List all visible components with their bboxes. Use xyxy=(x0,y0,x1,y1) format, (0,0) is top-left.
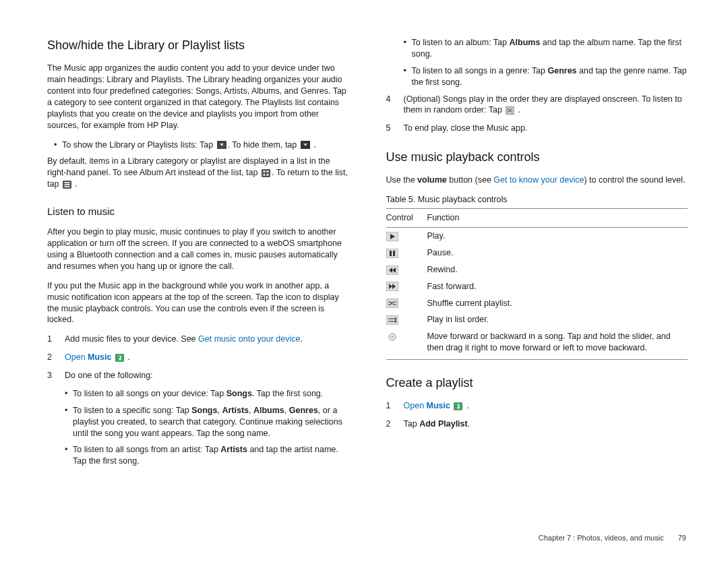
svg-rect-16 xyxy=(393,251,395,256)
svg-rect-4 xyxy=(266,170,268,173)
paragraph: Use the volume button (see Get to know y… xyxy=(386,175,688,186)
music-app-icon xyxy=(454,402,462,410)
link[interactable]: Open Music xyxy=(404,401,451,410)
right-column: • To listen to an album: Tap Albums and … xyxy=(386,37,688,472)
page-number: 79 xyxy=(678,534,686,542)
table-row: Move forward or backward in a song. Tap … xyxy=(386,328,688,359)
table-header: Control Function xyxy=(386,209,688,228)
svg-rect-23 xyxy=(454,402,462,410)
step-row: 2 Open Music . xyxy=(47,352,349,363)
step-row: 3 Do one of the following: xyxy=(47,370,349,381)
svg-rect-10 xyxy=(64,186,69,187)
paragraph: After you begin to play music, music con… xyxy=(47,226,349,272)
svg-rect-9 xyxy=(64,184,69,185)
link[interactable]: Open Music xyxy=(65,352,112,362)
table-caption: Table 5. Music playback controls xyxy=(386,194,688,206)
sub-bullet: • To listen to all songs on your device:… xyxy=(65,388,349,400)
heading-controls: Use music playback controls xyxy=(386,149,688,165)
table-row: Play. xyxy=(386,228,688,245)
svg-rect-3 xyxy=(263,170,265,173)
scrubber-icon xyxy=(386,332,398,342)
heading-showhide: Show/hide the Library or Playlist lists xyxy=(47,37,349,53)
left-column: Show/hide the Library or Playlist lists … xyxy=(47,37,349,472)
step-text: Open Music . xyxy=(65,352,130,363)
sub-bullet: • To listen to an album: Tap Albums and … xyxy=(404,37,688,60)
svg-point-22 xyxy=(391,336,394,338)
music-app-icon xyxy=(115,354,124,362)
chapter-label: Chapter 7 : Photos, videos, and music xyxy=(539,534,664,542)
collapse-icon xyxy=(301,141,310,149)
sub-bullet: • To listen to all songs in a genre: Tap… xyxy=(404,65,688,88)
svg-rect-14 xyxy=(386,249,398,258)
paragraph: By default, items in a Library category … xyxy=(47,156,349,190)
svg-rect-8 xyxy=(64,182,69,183)
shuffle-icon xyxy=(386,299,398,308)
expand-icon xyxy=(217,141,226,149)
table-row: Fast forward. xyxy=(386,278,688,295)
bullet-item: • To show the Library or Playlists lists… xyxy=(54,139,349,151)
grid-icon xyxy=(262,169,270,177)
page-footer: Chapter 7 : Photos, videos, and music 79 xyxy=(539,533,686,543)
list-icon xyxy=(63,181,71,189)
step-row: 1 Add music files to your device. See Ge… xyxy=(47,334,349,345)
svg-rect-2 xyxy=(262,169,270,177)
fast-forward-icon xyxy=(386,282,398,291)
paragraph: If you put the Music app in the backgrou… xyxy=(47,280,349,326)
step-text: Do one of the following: xyxy=(65,370,153,381)
sub-bullet: • To listen to a specific song: Tap Song… xyxy=(65,405,349,439)
heading-listen: Listen to music xyxy=(47,205,349,218)
svg-rect-6 xyxy=(266,174,268,176)
list-order-icon xyxy=(386,315,398,325)
step-row: 4 (Optional) Songs play in the order the… xyxy=(386,94,688,117)
link[interactable]: Get music onto your device xyxy=(198,334,300,344)
table-row: Pause. xyxy=(386,245,688,261)
step-row: 2 Tap Add Playlist. xyxy=(386,418,688,430)
table-row: Play in list order. xyxy=(386,311,688,328)
svg-rect-5 xyxy=(263,174,265,176)
bullet-text: To show the Library or Playlists lists: … xyxy=(62,139,316,151)
shuffle-icon xyxy=(506,106,514,115)
step-row: 5 To end play, close the Music app. xyxy=(386,123,688,134)
paragraph: The Music app organizes the audio conten… xyxy=(47,63,349,131)
step-text: Add music files to your device. See Get … xyxy=(65,334,303,345)
bullet-dot: • xyxy=(54,139,62,151)
svg-rect-11 xyxy=(115,354,123,362)
link[interactable]: Get to know your device xyxy=(493,175,584,185)
sub-bullet: • To listen to all songs from an artist:… xyxy=(65,444,349,467)
rewind-icon xyxy=(386,266,398,275)
svg-rect-20 xyxy=(386,315,398,325)
playback-controls-table: Control Function Play. Pause. Rewind. Fa… xyxy=(386,208,688,360)
play-icon xyxy=(386,232,398,241)
svg-rect-15 xyxy=(390,251,392,256)
heading-create: Create a playlist xyxy=(386,375,688,391)
step-row: 1 Open Music . xyxy=(386,400,688,412)
table-row: Shuffle current playlist. xyxy=(386,295,688,312)
table-row: Rewind. xyxy=(386,261,688,278)
pause-icon xyxy=(386,249,398,258)
